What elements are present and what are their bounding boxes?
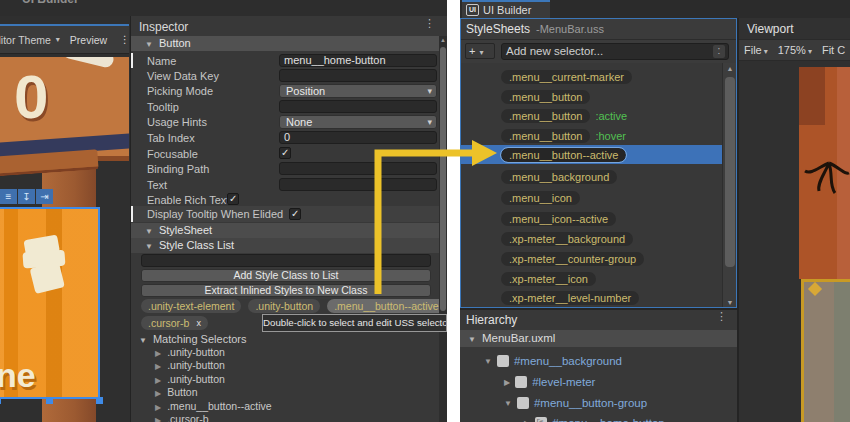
style-class-pill[interactable]: .cursor-bx [141,316,208,330]
field-row-binding-path: Binding Path [131,162,440,176]
scrollbar-thumb[interactable] [440,47,446,311]
uss-selector-row[interactable]: .menu__icon [461,188,722,207]
expand-arrow-icon[interactable]: ▼ [484,357,492,366]
stylesheet-foldout[interactable]: StyleSheet [131,223,440,238]
view-data-key-input[interactable] [279,69,437,82]
canvas-artwork: 0 ≡ ↧ ⇥ ne [0,57,129,422]
unity-ui-builder-window-right: UI UI Builder StyleSheets -MenuBar.uss +… [460,0,850,422]
hierarchy-row[interactable]: ▼ #menu__background [484,352,622,370]
uss-selector-row[interactable]: .menu__background [461,167,722,186]
usage-hints-dropdown[interactable]: None [279,115,437,129]
file-menu[interactable]: File▾ [739,44,773,56]
selection-handle[interactable] [96,397,103,404]
expand-arrow-icon[interactable]: ▼ [504,399,512,408]
uss-selector-row[interactable]: .xp-meter__icon [461,269,722,288]
uss-selector-row[interactable]: .menu__icon--active [461,209,722,228]
hierarchy-row[interactable]: ▼ #menu__button-group [504,394,647,412]
field-row-display-tooltip-when-elided: Display Tooltip When Elided [131,206,440,222]
scroll-up-icon[interactable]: ▲ [723,65,737,72]
matching-selector-item[interactable]: .unity-button [155,373,225,386]
collapse-arrow-icon[interactable]: ▶ [504,378,510,387]
tab-ui-builder[interactable]: UI UI Builder [462,0,550,18]
editor-theme-dropdown[interactable]: ditor Theme [0,34,51,46]
text-input[interactable] [279,178,437,191]
kebab-menu-icon[interactable]: ⋮ [424,21,435,26]
uss-selector-row[interactable]: .menu__current-marker [461,67,722,86]
collapse-arrow-icon[interactable]: ▶ [524,419,530,422]
matching-selector-item[interactable]: .cursor-b [155,413,209,422]
align-lines-icon[interactable]: ≡ [0,189,17,204]
button-foldout[interactable]: Button [131,36,440,51]
hierarchy-root-row[interactable]: MenuBar.uxml [460,330,737,347]
matching-selector-item[interactable]: Button [155,386,198,399]
canvas-toolbar: ditor Theme ▾ Preview ⋮ [0,24,129,54]
pseudo-state-menu-button[interactable]: : [713,45,725,58]
uss-selector-row[interactable]: .xp-meter__counter-group [461,249,722,268]
art-corner-handle [808,282,822,296]
field-row-name: Name menu__home-button [131,54,440,68]
style-class-input[interactable] [141,254,431,267]
anchor-left-icon[interactable]: ⇥ [36,189,53,204]
hierarchy-row[interactable]: ▶ #level-meter [504,373,595,391]
chevron-down-icon: ▾ [56,35,60,44]
style-class-pill[interactable]: .unity-button [248,299,320,313]
field-row-usage-hints: Usage Hints None [131,115,440,129]
inspector-scrollbar[interactable]: ▲ [439,36,447,422]
field-row-text: Text [131,178,440,192]
remove-class-icon[interactable]: x [196,318,201,328]
add-new-selector-input[interactable]: Add new selector... : [501,43,729,60]
field-row-tooltip: Tooltip [131,100,440,114]
stylesheets-toolbar: + Add new selector... : [461,40,736,63]
kebab-menu-icon[interactable]: ⋮ [113,37,130,42]
zoom-level-dropdown[interactable]: 175%▾ [773,44,817,56]
uss-selector-row[interactable]: .menu__button:hover [461,126,722,145]
uss-selector-row[interactable]: .xp-meter__background [461,229,722,248]
picking-mode-dropdown[interactable]: Position [279,84,437,98]
kebab-menu-icon[interactable]: ⋮ [716,314,727,319]
scroll-up-icon[interactable]: ▲ [439,37,447,43]
stylesheets-scrollbar[interactable]: ▲ ▼ [722,63,736,308]
preview-button[interactable]: Preview [64,34,113,46]
style-class-list-foldout[interactable]: Style Class List [131,238,440,253]
anchor-bottom-icon[interactable]: ↧ [18,189,35,204]
selection-handle[interactable] [46,397,53,404]
visual-element-icon [497,355,509,367]
uss-selector-row[interactable]: .menu__button:active [461,106,722,125]
tab-bar: UI UI Builder [460,0,850,18]
uss-selector-row-selected[interactable]: .menu__button--active [461,145,722,164]
viewport-title: Viewport [747,22,793,36]
selection-handle[interactable] [0,397,1,404]
sign-board-graphic: 0 [0,57,129,161]
name-input[interactable]: menu__home-button [279,54,437,67]
stylesheets-filename: -MenuBar.uss [536,23,604,35]
selected-home-button-element[interactable]: ne [0,207,100,399]
matching-selectors-foldout[interactable]: Matching Selectors [131,332,440,347]
hierarchy-row[interactable]: ▶ #menu__home-button [524,414,665,422]
fit-canvas-button[interactable]: Fit C [817,44,850,56]
enable-rich-text-checkbox[interactable] [227,193,239,205]
add-selector-menu-button[interactable]: + [465,43,495,59]
style-class-pill-active[interactable]: .menu__button--activex [327,299,447,313]
hierarchy-panel: Hierarchy ⋮ MenuBar.uxml ▼ #menu__backgr… [460,308,737,422]
scrollbar-thumb[interactable] [725,77,735,267]
display-tooltip-checkbox[interactable] [289,208,301,220]
matching-selector-item[interactable]: .menu__button--active [155,400,272,413]
binding-path-input[interactable] [279,162,437,175]
sign-number-text: 0 [14,61,48,132]
style-class-pill[interactable]: .unity-text-element [141,299,241,313]
tab-index-input[interactable]: 0 [279,131,437,144]
inspector-panel: Inspector ⋮ Button Name menu__home-butto… [130,16,447,422]
anchor-toolbar: ≡ ↧ ⇥ [0,189,53,204]
tooltip-input[interactable] [279,100,437,113]
uss-selector-row[interactable]: .xp-meter__level-number [461,288,722,307]
uss-selector-row[interactable]: .menu__button [461,87,722,106]
extract-inlined-styles-button[interactable]: Extract Inlined Styles to New Class [141,284,431,297]
modified-indicator [131,206,133,222]
field-row-focusable: Focusable [131,147,440,161]
scroll-down-icon[interactable]: ▼ [723,299,737,306]
matching-selector-item[interactable]: .unity-button [155,346,225,359]
add-style-class-button[interactable]: Add Style Class to List [141,269,431,282]
style-class-pill-row: .unity-text-element .unity-button .menu_… [141,299,447,313]
matching-selector-item[interactable]: .unity-button [155,359,225,372]
focusable-checkbox[interactable] [279,147,291,159]
